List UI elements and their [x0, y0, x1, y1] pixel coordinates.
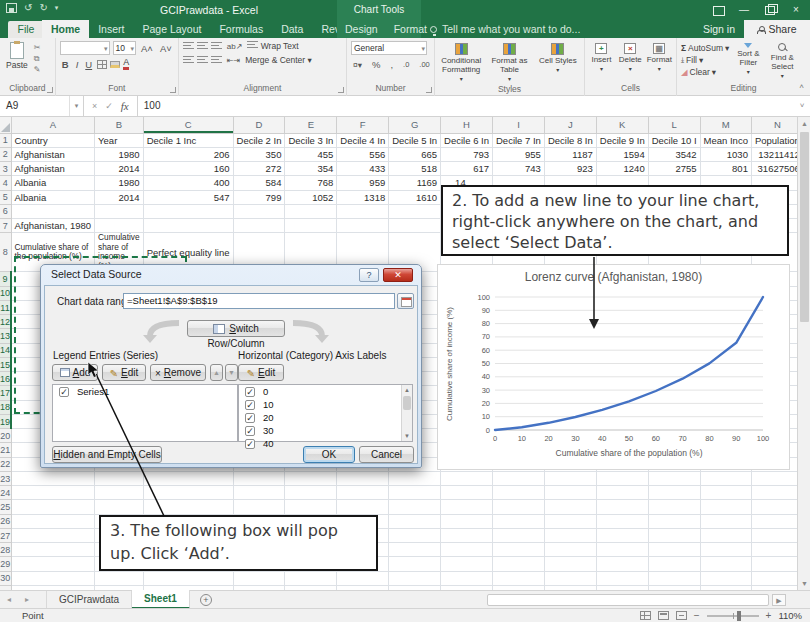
cell-E1[interactable]: Decile 3 In — [285, 133, 337, 147]
fill-color-icon[interactable] — [110, 61, 120, 68]
tab-home[interactable]: Home — [42, 20, 89, 38]
cell-C1[interactable]: Decile 1 Inc — [143, 133, 233, 147]
horizontal-scrollbar[interactable] — [487, 594, 769, 606]
share-button[interactable]: Share — [744, 20, 810, 38]
indent-icons[interactable]: ⇤⇥ — [225, 56, 242, 65]
cell-F6[interactable] — [337, 204, 389, 218]
comma-style-icon[interactable]: , — [388, 59, 395, 70]
cell-D2[interactable]: 350 — [233, 147, 285, 161]
cell-L1[interactable]: Decile 10 I — [648, 133, 700, 147]
cell-G5[interactable]: 1610 — [389, 190, 441, 204]
cell-D4[interactable]: 584 — [233, 176, 285, 190]
redo-icon[interactable]: ↻ — [39, 3, 47, 13]
cell-I2[interactable]: 955 — [493, 147, 545, 161]
cell-I24[interactable] — [493, 486, 545, 500]
axis-scroll-down-icon[interactable]: ▼ — [402, 431, 412, 441]
cell-I25[interactable] — [493, 500, 545, 514]
cell-D24[interactable] — [233, 486, 285, 500]
series-list[interactable]: ✓Series1 — [52, 384, 238, 442]
cell-G4[interactable]: 1169 — [389, 176, 441, 190]
row-header-2[interactable]: 2 — [0, 147, 11, 161]
new-sheet-icon[interactable]: + — [200, 594, 212, 606]
cell-A2[interactable]: Afghanistan — [11, 147, 95, 161]
cell-K3[interactable]: 1240 — [596, 162, 648, 176]
cell-H2[interactable]: 793 — [441, 147, 493, 161]
cell-I30[interactable] — [493, 571, 545, 585]
normal-view-icon[interactable] — [640, 611, 651, 620]
cell-J28[interactable] — [544, 543, 596, 557]
checkbox-checked-icon[interactable]: ✓ — [245, 439, 255, 449]
cell-B2[interactable]: 1980 — [95, 147, 144, 161]
select-all-corner[interactable] — [0, 117, 11, 133]
cell-C24[interactable] — [143, 486, 233, 500]
row-header-1[interactable]: 1 — [0, 133, 11, 147]
sheet-tab-sheet1[interactable]: Sheet1 — [132, 590, 190, 609]
conditional-formatting-button[interactable]: Conditional Formatting▾ — [439, 41, 483, 84]
cell-H3[interactable]: 617 — [441, 162, 493, 176]
row-header-12[interactable]: 12 — [0, 315, 11, 329]
cell-D23[interactable] — [233, 471, 285, 485]
formula-input[interactable]: 100 — [138, 96, 794, 116]
cell-G28[interactable] — [389, 543, 441, 557]
cell-G25[interactable] — [389, 500, 441, 514]
cell-K23[interactable] — [596, 471, 648, 485]
increase-font-icon[interactable]: A˄ — [139, 43, 155, 54]
dialog-help-button[interactable]: ? — [359, 268, 379, 282]
cell-I28[interactable] — [493, 543, 545, 557]
cell-M27[interactable] — [700, 528, 751, 542]
italic-button[interactable]: I — [74, 59, 81, 70]
cell-B30[interactable] — [95, 571, 144, 585]
cell-B6[interactable] — [95, 204, 144, 218]
chart-data-range-input[interactable]: =Sheet1!$A$9:$B$19 — [123, 293, 395, 309]
cell-K24[interactable] — [596, 486, 648, 500]
cell-N26[interactable] — [751, 514, 797, 528]
column-header-I[interactable]: I — [493, 117, 545, 133]
column-header-M[interactable]: M — [700, 117, 751, 133]
cell-J27[interactable] — [544, 528, 596, 542]
page-layout-view-icon[interactable] — [658, 611, 669, 620]
row-header-30[interactable]: 30 — [0, 571, 11, 585]
cell-D25[interactable] — [233, 500, 285, 514]
cell-A1[interactable]: Country — [11, 133, 95, 147]
cell-B4[interactable]: 1980 — [95, 176, 144, 190]
cell-C7[interactable] — [143, 219, 233, 233]
cell-D7[interactable] — [233, 219, 285, 233]
cell-E30[interactable] — [285, 571, 337, 585]
cell-A6[interactable] — [11, 204, 95, 218]
cell-H1[interactable]: Decile 6 In — [441, 133, 493, 147]
column-header-D[interactable]: D — [233, 117, 285, 133]
cell-E2[interactable]: 455 — [285, 147, 337, 161]
collapse-ribbon-icon[interactable]: ˄ — [799, 82, 804, 91]
align-top-icon[interactable] — [183, 42, 194, 50]
cell-L3[interactable]: 2755 — [648, 162, 700, 176]
cell-C3[interactable]: 160 — [143, 162, 233, 176]
add-series-button[interactable]: Add — [52, 364, 98, 381]
cell-I27[interactable] — [493, 528, 545, 542]
cell-M23[interactable] — [700, 471, 751, 485]
format-as-table-button[interactable]: Format as Table▾ — [487, 41, 531, 84]
cell-M30[interactable] — [700, 571, 751, 585]
cell-N24[interactable] — [751, 486, 797, 500]
cell-A29[interactable] — [11, 557, 95, 571]
row-header-26[interactable]: 26 — [0, 514, 11, 528]
cell-M29[interactable] — [700, 557, 751, 571]
cell-E24[interactable] — [285, 486, 337, 500]
column-header-H[interactable]: H — [441, 117, 493, 133]
cell-A26[interactable] — [11, 514, 95, 528]
cell-G23[interactable] — [389, 471, 441, 485]
axis-list-scrollbar[interactable]: ▲ ▼ — [401, 385, 412, 441]
clear-button[interactable]: ◢ Clear ▾ — [681, 67, 729, 77]
axis-label-item[interactable]: ✓0 — [239, 385, 412, 398]
cell-F7[interactable] — [337, 219, 389, 233]
borders-icon[interactable] — [97, 60, 107, 69]
cell-C4[interactable]: 400 — [143, 176, 233, 190]
cell-N23[interactable] — [751, 471, 797, 485]
cell-A23[interactable] — [11, 471, 95, 485]
decrease-font-icon[interactable]: A˅ — [158, 43, 174, 54]
sheet-tab-gciprawdata[interactable]: GCIPrawdata — [46, 591, 132, 608]
alignment-dialog-launcher-icon[interactable] — [338, 87, 344, 93]
cell-D5[interactable]: 799 — [233, 190, 285, 204]
clipboard-dialog-launcher-icon[interactable] — [47, 87, 53, 93]
cell-G24[interactable] — [389, 486, 441, 500]
row-header-16[interactable]: 16 — [0, 372, 11, 386]
